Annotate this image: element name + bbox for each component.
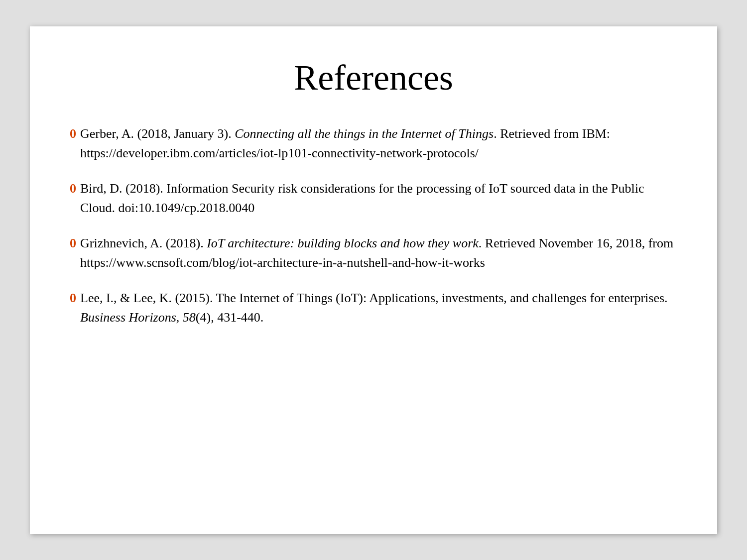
list-item: 0 Gerber, A. (2018, January 3). Connecti… [70,124,677,163]
bullet-4: 0 [70,288,76,308]
list-item: 0 Lee, I., & Lee, K. (2015). The Interne… [70,288,677,327]
bullet-2: 0 [70,179,76,198]
slide: References 0 Gerber, A. (2018, January 3… [30,26,717,534]
reference-1: Gerber, A. (2018, January 3). Connecting… [80,124,677,163]
bullet-3: 0 [70,233,76,253]
slide-title: References [70,56,677,99]
list-item: 0 Bird, D. (2018). Information Security … [70,179,677,218]
bullet-1: 0 [70,124,76,143]
references-list: 0 Gerber, A. (2018, January 3). Connecti… [70,124,677,343]
reference-2: Bird, D. (2018). Information Security ri… [80,179,677,218]
reference-3: Grizhnevich, A. (2018). IoT architecture… [80,233,677,272]
list-item: 0 Grizhnevich, A. (2018). IoT architectu… [70,233,677,272]
reference-4: Lee, I., & Lee, K. (2015). The Internet … [80,288,677,327]
